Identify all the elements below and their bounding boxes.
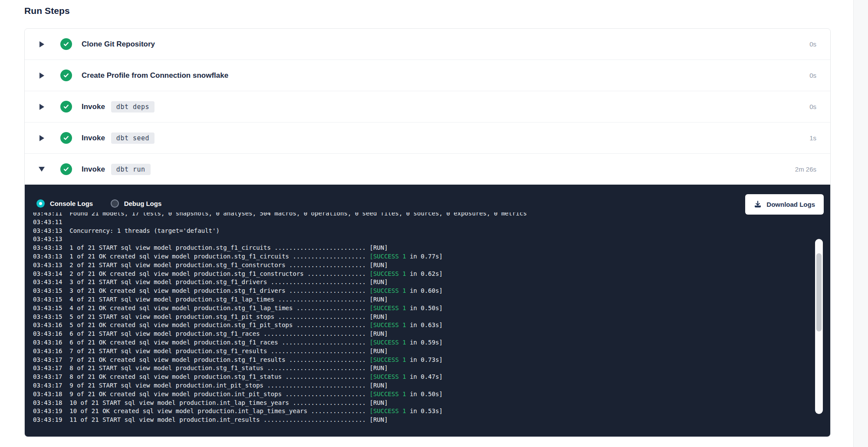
log-scrollbar-track[interactable] [815,239,823,414]
log-line: 03:43:15 4 of 21 START sql view model pr… [33,295,785,304]
caret-right-icon[interactable] [39,135,45,141]
step-label: Invoke [82,103,105,111]
step-label: Invoke [82,134,105,142]
log-timestamp: 03:43:13 [33,227,62,234]
log-timestamp: 03:43:13 [33,244,62,251]
log-timestamp: 03:43:19 [33,416,62,423]
radio-label: Console Logs [50,200,93,207]
radio-option-debug-logs[interactable]: Debug Logs [111,199,162,208]
caret-right-icon[interactable] [39,104,45,110]
log-success-status: [SUCCESS 1 [369,321,406,328]
log-line: 03:43:17 8 of 21 OK created sql view mod… [33,373,785,381]
log-timestamp: 03:43:15 [33,287,62,294]
log-timestamp: 03:43:17 [33,356,62,363]
log-timestamp: 03:43:13 [33,253,62,260]
log-line: 03:43:18 9 of 21 OK created sql view mod… [33,390,785,399]
log-line: 03:43:13 Concurrency: 1 threads (target=… [33,227,785,235]
log-success-status: [SUCCESS 1 [369,373,406,380]
check-circle-icon [60,163,72,175]
step-duration: 0s [809,103,816,110]
log-line: 03:43:16 6 of 21 START sql view model pr… [33,330,785,338]
log-timestamp: 03:43:14 [33,270,62,277]
log-line: 03:43:17 7 of 21 OK created sql view mod… [33,356,785,364]
log-line: 03:43:13 [33,235,785,244]
log-timestamp: 03:43:17 [33,364,62,371]
log-line: 03:43:16 7 of 21 START sql view model pr… [33,347,785,356]
log-timestamp: 03:43:15 [33,305,62,311]
log-line: 03:43:16 5 of 21 OK created sql view mod… [33,321,785,330]
download-logs-label: Download Logs [766,201,815,208]
log-timestamp: 03:43:15 [33,313,62,320]
step-command: dbt deps [111,101,155,113]
log-timestamp: 03:43:11 [33,219,62,225]
log-timestamp: 03:43:17 [33,382,62,389]
radio-button-icon[interactable] [111,199,119,208]
console-log-output: 03:43:11 Found 21 models, 17 tests, 0 sn… [33,212,785,424]
log-line: 03:43:13 1 of 21 START sql view model pr… [33,244,785,252]
log-scrollbar-thumb[interactable] [816,253,822,331]
step-duration: 1s [809,134,816,142]
step-label: Clone Git Repository [82,40,155,49]
check-circle-icon [60,38,72,50]
log-line: 03:43:15 4 of 21 OK created sql view mod… [33,304,785,313]
step-row-create-profile-from-connection-snowflake[interactable]: Create Profile from Connection snowflake… [25,60,830,91]
caret-right-icon[interactable] [39,41,45,47]
step-row-invoke-dbt-run[interactable]: Invoke dbt run 2m 26s [25,153,830,185]
log-line: 03:43:15 3 of 21 OK created sql view mod… [33,287,785,295]
log-success-status: [SUCCESS 1 [369,407,406,414]
log-success-status: [SUCCESS 1 [369,356,406,363]
log-success-status: [SUCCESS 1 [369,305,406,311]
step-duration: 2m 26s [795,166,816,173]
log-timestamp: 03:43:15 [33,296,62,303]
log-line: 03:43:16 6 of 21 OK created sql view mod… [33,338,785,347]
caret-right-icon[interactable] [39,73,45,79]
log-timestamp: 03:43:13 [33,235,62,242]
step-row-invoke-dbt-deps[interactable]: Invoke dbt deps 0s [25,91,830,122]
check-circle-icon [60,132,72,144]
log-success-status: [SUCCESS 1 [369,270,406,277]
log-success-status: [SUCCESS 1 [369,339,406,346]
log-success-status: [SUCCESS 1 [369,391,406,397]
step-label: Create Profile from Connection snowflake [82,71,228,80]
log-line: 03:43:19 11 of 21 START sql view model p… [33,416,785,424]
steps-list: Clone Git Repository 0s Create Profile f… [25,29,830,185]
log-line: 03:43:11 Found 21 models, 17 tests, 0 sn… [33,212,785,218]
console-log-viewport[interactable]: 03:43:11 Found 21 models, 17 tests, 0 sn… [33,212,785,431]
step-row-clone-git-repository[interactable]: Clone Git Repository 0s [25,29,830,60]
log-line: 03:43:13 1 of 21 OK created sql view mod… [33,252,785,261]
step-command: dbt seed [111,132,155,144]
caret-down-icon[interactable] [39,167,45,172]
console-log-panel: Console Logs Debug Logs Download Logs [25,185,830,437]
log-timestamp: 03:43:19 [33,407,62,414]
radio-button-icon[interactable] [36,199,45,208]
log-timestamp: 03:43:18 [33,391,62,397]
log-timestamp: 03:43:17 [33,373,62,380]
step-duration: 0s [809,72,816,79]
radio-option-console-logs[interactable]: Console Logs [36,199,93,208]
log-line: 03:43:14 2 of 21 OK created sql view mod… [33,270,785,278]
log-timestamp: 03:43:13 [33,262,62,268]
step-label: Invoke [82,165,105,174]
log-success-status: [SUCCESS 1 [369,253,406,260]
log-timestamp: 03:43:14 [33,278,62,285]
log-timestamp: 03:43:18 [33,399,62,406]
run-steps-section: Run Steps Clone Git Repository 0s Create… [24,0,831,437]
radio-label: Debug Logs [124,200,162,207]
download-logs-button[interactable]: Download Logs [745,194,824,215]
step-row-invoke-dbt-seed[interactable]: Invoke dbt seed 1s [25,122,830,153]
run-steps-card: Clone Git Repository 0s Create Profile f… [24,28,831,437]
log-timestamp: 03:43:16 [33,330,62,337]
log-line: 03:43:15 5 of 21 START sql view model pr… [33,313,785,321]
log-timestamp: 03:43:11 [33,212,62,217]
log-type-radio-group: Console Logs Debug Logs [36,199,177,209]
log-line: 03:43:13 2 of 21 START sql view model pr… [33,261,785,270]
log-timestamp: 03:43:16 [33,339,62,346]
log-line: 03:43:11 [33,218,785,227]
log-line: 03:43:17 9 of 21 START sql view model pr… [33,381,785,390]
download-icon [754,200,762,208]
log-timestamp: 03:43:16 [33,321,62,328]
log-line: 03:43:14 3 of 21 START sql view model pr… [33,278,785,287]
log-timestamp: 03:43:16 [33,348,62,354]
log-line: 03:43:19 10 of 21 OK created sql view mo… [33,407,785,416]
log-line: 03:43:17 8 of 21 START sql view model pr… [33,364,785,373]
